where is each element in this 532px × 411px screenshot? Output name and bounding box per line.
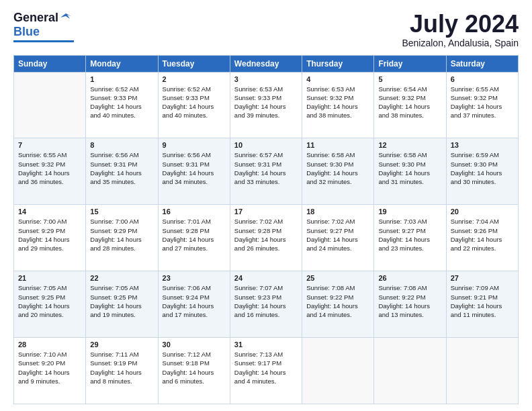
calendar-cell: 22Sunrise: 7:05 AM Sunset: 9:25 PM Dayli… bbox=[86, 271, 158, 338]
cell-info: Sunrise: 7:05 AM Sunset: 9:25 PM Dayligh… bbox=[90, 283, 153, 319]
cell-info: Sunrise: 7:03 AM Sunset: 9:27 PM Dayligh… bbox=[378, 217, 441, 253]
header-monday: Monday bbox=[86, 55, 158, 72]
calendar-cell: 1Sunrise: 6:52 AM Sunset: 9:33 PM Daylig… bbox=[86, 72, 158, 138]
calendar-cell bbox=[14, 72, 86, 138]
calendar-cell bbox=[446, 338, 518, 404]
cell-info: Sunrise: 6:59 AM Sunset: 9:30 PM Dayligh… bbox=[451, 150, 514, 186]
cell-info: Sunrise: 7:08 AM Sunset: 9:22 PM Dayligh… bbox=[378, 283, 441, 319]
calendar-cell: 18Sunrise: 7:02 AM Sunset: 9:27 PM Dayli… bbox=[302, 205, 374, 271]
logo-blue: Blue bbox=[13, 25, 40, 39]
calendar-cell: 31Sunrise: 7:13 AM Sunset: 9:17 PM Dayli… bbox=[230, 338, 302, 404]
cell-info: Sunrise: 7:11 AM Sunset: 9:19 PM Dayligh… bbox=[90, 350, 153, 385]
header: General Blue July 2024 Benizalon, Andalu… bbox=[13, 11, 519, 48]
day-number: 26 bbox=[378, 274, 441, 282]
cell-info: Sunrise: 7:04 AM Sunset: 9:26 PM Dayligh… bbox=[451, 217, 514, 253]
calendar-cell: 27Sunrise: 7:09 AM Sunset: 9:21 PM Dayli… bbox=[446, 271, 518, 338]
header-wednesday: Wednesday bbox=[230, 55, 302, 72]
calendar-cell: 19Sunrise: 7:03 AM Sunset: 9:27 PM Dayli… bbox=[374, 205, 446, 271]
calendar-week-0: 1Sunrise: 6:52 AM Sunset: 9:33 PM Daylig… bbox=[14, 72, 519, 138]
calendar-week-1: 7Sunrise: 6:55 AM Sunset: 9:32 PM Daylig… bbox=[14, 138, 519, 205]
logo-underline bbox=[13, 40, 74, 42]
calendar-week-4: 28Sunrise: 7:10 AM Sunset: 9:20 PM Dayli… bbox=[14, 338, 519, 404]
cell-info: Sunrise: 6:58 AM Sunset: 9:30 PM Dayligh… bbox=[378, 150, 441, 186]
day-number: 10 bbox=[234, 141, 298, 149]
cell-info: Sunrise: 6:55 AM Sunset: 9:32 PM Dayligh… bbox=[18, 150, 81, 186]
calendar-cell: 28Sunrise: 7:10 AM Sunset: 9:20 PM Dayli… bbox=[14, 338, 86, 404]
cell-info: Sunrise: 7:06 AM Sunset: 9:24 PM Dayligh… bbox=[163, 283, 226, 319]
calendar-cell: 2Sunrise: 6:52 AM Sunset: 9:33 PM Daylig… bbox=[158, 72, 230, 138]
cell-info: Sunrise: 6:55 AM Sunset: 9:32 PM Dayligh… bbox=[451, 85, 514, 120]
day-number: 21 bbox=[18, 274, 81, 282]
calendar-header-row: Sunday Monday Tuesday Wednesday Thursday… bbox=[14, 55, 519, 72]
cell-info: Sunrise: 6:56 AM Sunset: 9:31 PM Dayligh… bbox=[90, 150, 153, 186]
calendar-cell: 24Sunrise: 7:07 AM Sunset: 9:23 PM Dayli… bbox=[230, 271, 302, 338]
cell-info: Sunrise: 6:58 AM Sunset: 9:30 PM Dayligh… bbox=[306, 150, 369, 186]
day-number: 24 bbox=[234, 274, 298, 282]
month-title: July 2024 bbox=[402, 11, 519, 38]
calendar-cell: 26Sunrise: 7:08 AM Sunset: 9:22 PM Dayli… bbox=[374, 271, 446, 338]
calendar-cell: 12Sunrise: 6:58 AM Sunset: 9:30 PM Dayli… bbox=[374, 138, 446, 205]
cell-info: Sunrise: 7:00 AM Sunset: 9:29 PM Dayligh… bbox=[18, 217, 81, 253]
day-number: 14 bbox=[18, 208, 81, 216]
calendar-cell: 21Sunrise: 7:05 AM Sunset: 9:25 PM Dayli… bbox=[14, 271, 86, 338]
header-sunday: Sunday bbox=[14, 55, 86, 72]
calendar-cell: 7Sunrise: 6:55 AM Sunset: 9:32 PM Daylig… bbox=[14, 138, 86, 205]
calendar-cell bbox=[374, 338, 446, 404]
day-number: 9 bbox=[163, 141, 226, 149]
cell-info: Sunrise: 6:52 AM Sunset: 9:33 PM Dayligh… bbox=[163, 85, 226, 120]
day-number: 29 bbox=[90, 340, 153, 349]
day-number: 22 bbox=[90, 274, 153, 282]
day-number: 6 bbox=[451, 75, 514, 83]
svg-marker-0 bbox=[60, 13, 71, 19]
day-number: 19 bbox=[378, 208, 441, 216]
day-number: 2 bbox=[163, 75, 226, 83]
calendar-week-2: 14Sunrise: 7:00 AM Sunset: 9:29 PM Dayli… bbox=[14, 205, 519, 271]
day-number: 4 bbox=[306, 75, 369, 83]
calendar-cell: 8Sunrise: 6:56 AM Sunset: 9:31 PM Daylig… bbox=[86, 138, 158, 205]
calendar-cell: 15Sunrise: 7:00 AM Sunset: 9:29 PM Dayli… bbox=[86, 205, 158, 271]
calendar: Sunday Monday Tuesday Wednesday Thursday… bbox=[13, 55, 519, 404]
cell-info: Sunrise: 7:09 AM Sunset: 9:21 PM Dayligh… bbox=[451, 283, 514, 319]
header-friday: Friday bbox=[374, 55, 446, 72]
calendar-cell: 16Sunrise: 7:01 AM Sunset: 9:28 PM Dayli… bbox=[158, 205, 230, 271]
location-title: Benizalon, Andalusia, Spain bbox=[402, 38, 519, 48]
day-number: 5 bbox=[378, 75, 441, 83]
calendar-cell: 3Sunrise: 6:53 AM Sunset: 9:33 PM Daylig… bbox=[230, 72, 302, 138]
cell-info: Sunrise: 7:00 AM Sunset: 9:29 PM Dayligh… bbox=[90, 217, 153, 253]
calendar-cell: 14Sunrise: 7:00 AM Sunset: 9:29 PM Dayli… bbox=[14, 205, 86, 271]
calendar-cell: 20Sunrise: 7:04 AM Sunset: 9:26 PM Dayli… bbox=[446, 205, 518, 271]
calendar-table: Sunday Monday Tuesday Wednesday Thursday… bbox=[13, 55, 519, 404]
cell-info: Sunrise: 6:57 AM Sunset: 9:31 PM Dayligh… bbox=[234, 150, 298, 186]
calendar-cell: 10Sunrise: 6:57 AM Sunset: 9:31 PM Dayli… bbox=[230, 138, 302, 205]
calendar-cell: 6Sunrise: 6:55 AM Sunset: 9:32 PM Daylig… bbox=[446, 72, 518, 138]
calendar-cell: 25Sunrise: 7:08 AM Sunset: 9:22 PM Dayli… bbox=[302, 271, 374, 338]
cell-info: Sunrise: 7:01 AM Sunset: 9:28 PM Dayligh… bbox=[163, 217, 226, 253]
calendar-cell: 9Sunrise: 6:56 AM Sunset: 9:31 PM Daylig… bbox=[158, 138, 230, 205]
day-number: 8 bbox=[90, 141, 153, 149]
cell-info: Sunrise: 6:54 AM Sunset: 9:32 PM Dayligh… bbox=[378, 85, 441, 120]
cell-info: Sunrise: 6:53 AM Sunset: 9:32 PM Dayligh… bbox=[306, 85, 369, 120]
calendar-week-3: 21Sunrise: 7:05 AM Sunset: 9:25 PM Dayli… bbox=[14, 271, 519, 338]
calendar-cell: 13Sunrise: 6:59 AM Sunset: 9:30 PM Dayli… bbox=[446, 138, 518, 205]
calendar-cell: 5Sunrise: 6:54 AM Sunset: 9:32 PM Daylig… bbox=[374, 72, 446, 138]
title-block: July 2024 Benizalon, Andalusia, Spain bbox=[402, 11, 519, 48]
day-number: 23 bbox=[163, 274, 226, 282]
day-number: 11 bbox=[306, 141, 369, 149]
cell-info: Sunrise: 7:02 AM Sunset: 9:28 PM Dayligh… bbox=[234, 217, 298, 253]
day-number: 20 bbox=[451, 208, 514, 216]
cell-info: Sunrise: 7:08 AM Sunset: 9:22 PM Dayligh… bbox=[306, 283, 369, 319]
day-number: 27 bbox=[451, 274, 514, 282]
day-number: 15 bbox=[90, 208, 153, 216]
cell-info: Sunrise: 7:13 AM Sunset: 9:17 PM Dayligh… bbox=[234, 350, 298, 385]
cell-info: Sunrise: 6:53 AM Sunset: 9:33 PM Dayligh… bbox=[234, 85, 298, 120]
day-number: 17 bbox=[234, 208, 298, 216]
day-number: 18 bbox=[306, 208, 369, 216]
day-number: 31 bbox=[234, 340, 298, 349]
header-saturday: Saturday bbox=[446, 55, 518, 72]
header-thursday: Thursday bbox=[302, 55, 374, 72]
calendar-cell: 4Sunrise: 6:53 AM Sunset: 9:32 PM Daylig… bbox=[302, 72, 374, 138]
day-number: 13 bbox=[451, 141, 514, 149]
logo-bird-icon bbox=[59, 11, 71, 23]
day-number: 30 bbox=[163, 340, 226, 349]
calendar-cell bbox=[302, 338, 374, 404]
